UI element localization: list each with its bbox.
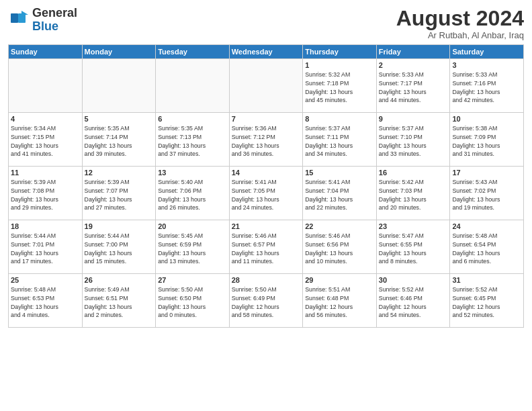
svg-rect-2	[18, 13, 26, 23]
day-number: 29	[305, 276, 374, 284]
day-number: 19	[85, 222, 154, 230]
day-number: 15	[305, 169, 374, 177]
day-info: Sunrise: 5:44 AMSunset: 7:01 PMDaylight:…	[11, 232, 80, 266]
day-info: Sunrise: 5:42 AMSunset: 7:03 PMDaylight:…	[379, 178, 448, 212]
day-number: 27	[158, 276, 227, 284]
day-number: 23	[379, 222, 448, 230]
calendar-cell-2-4: 15Sunrise: 5:41 AMSunset: 7:04 PMDayligh…	[303, 167, 377, 220]
calendar-cell-0-6: 3Sunrise: 5:33 AMSunset: 7:16 PMDaylight…	[450, 59, 524, 113]
day-info: Sunrise: 5:45 AMSunset: 6:59 PMDaylight:…	[158, 232, 227, 266]
day-number: 7	[232, 115, 301, 123]
calendar-cell-3-0: 18Sunrise: 5:44 AMSunset: 7:01 PMDayligh…	[9, 220, 83, 274]
page-header: General Blue August 2024 Ar Rutbah, Al A…	[8, 7, 524, 40]
col-monday: Monday	[82, 45, 156, 59]
logo-text: General Blue	[32, 7, 77, 34]
calendar-week-5: 25Sunrise: 5:48 AMSunset: 6:53 PMDayligh…	[9, 274, 524, 328]
calendar-cell-1-2: 6Sunrise: 5:35 AMSunset: 7:13 PMDaylight…	[156, 113, 230, 167]
calendar-cell-4-3: 28Sunrise: 5:50 AMSunset: 6:49 PMDayligh…	[229, 274, 303, 328]
location-subtitle: Ar Rutbah, Al Anbar, Iraq	[396, 30, 524, 40]
day-number: 31	[452, 276, 521, 284]
day-info: Sunrise: 5:49 AMSunset: 6:51 PMDaylight:…	[85, 285, 154, 320]
day-number: 14	[232, 169, 301, 177]
day-number: 25	[11, 276, 80, 284]
calendar-cell-3-1: 19Sunrise: 5:44 AMSunset: 7:00 PMDayligh…	[82, 220, 156, 274]
day-number: 4	[11, 115, 80, 123]
month-title: August 2024	[396, 7, 524, 30]
calendar-cell-1-1: 5Sunrise: 5:35 AMSunset: 7:14 PMDaylight…	[82, 113, 156, 167]
day-number: 21	[232, 222, 301, 230]
calendar-cell-0-0	[9, 59, 83, 113]
calendar-week-2: 4Sunrise: 5:34 AMSunset: 7:15 PMDaylight…	[9, 113, 524, 167]
calendar-cell-2-0: 11Sunrise: 5:39 AMSunset: 7:08 PMDayligh…	[9, 167, 83, 220]
day-info: Sunrise: 5:33 AMSunset: 7:17 PMDaylight:…	[379, 71, 448, 105]
calendar-cell-1-4: 8Sunrise: 5:37 AMSunset: 7:11 PMDaylight…	[303, 113, 377, 167]
day-number: 2	[379, 61, 448, 69]
calendar-cell-4-1: 26Sunrise: 5:49 AMSunset: 6:51 PMDayligh…	[82, 274, 156, 328]
calendar-cell-0-4: 1Sunrise: 5:32 AMSunset: 7:18 PMDaylight…	[303, 59, 377, 113]
day-number: 28	[232, 276, 301, 284]
day-info: Sunrise: 5:35 AMSunset: 7:14 PMDaylight:…	[85, 124, 154, 158]
day-info: Sunrise: 5:48 AMSunset: 6:53 PMDaylight:…	[11, 285, 80, 320]
logo-general: General	[32, 6, 77, 19]
calendar-header-row: Sunday Monday Tuesday Wednesday Thursday…	[9, 45, 524, 59]
col-saturday: Saturday	[450, 45, 524, 59]
day-info: Sunrise: 5:43 AMSunset: 7:02 PMDaylight:…	[452, 178, 521, 212]
day-info: Sunrise: 5:52 AMSunset: 6:46 PMDaylight:…	[379, 285, 448, 320]
logo: General Blue	[8, 7, 77, 34]
logo-blue: Blue	[32, 19, 58, 33]
calendar-cell-2-3: 14Sunrise: 5:41 AMSunset: 7:05 PMDayligh…	[229, 167, 303, 220]
day-number: 8	[305, 115, 374, 123]
svg-rect-1	[11, 13, 18, 23]
day-number: 11	[11, 169, 80, 177]
day-info: Sunrise: 5:41 AMSunset: 7:05 PMDaylight:…	[232, 178, 301, 212]
day-number: 5	[85, 115, 154, 123]
day-number: 20	[158, 222, 227, 230]
day-number: 13	[158, 169, 227, 177]
calendar-cell-0-2	[156, 59, 230, 113]
day-number: 16	[379, 169, 448, 177]
day-info: Sunrise: 5:48 AMSunset: 6:54 PMDaylight:…	[452, 232, 521, 266]
calendar-week-3: 11Sunrise: 5:39 AMSunset: 7:08 PMDayligh…	[9, 167, 524, 220]
day-number: 17	[452, 169, 521, 177]
day-info: Sunrise: 5:50 AMSunset: 6:50 PMDaylight:…	[158, 285, 227, 320]
calendar-cell-4-2: 27Sunrise: 5:50 AMSunset: 6:50 PMDayligh…	[156, 274, 230, 328]
col-tuesday: Tuesday	[156, 45, 230, 59]
day-info: Sunrise: 5:39 AMSunset: 7:08 PMDaylight:…	[11, 178, 80, 212]
day-number: 22	[305, 222, 374, 230]
col-friday: Friday	[376, 45, 450, 59]
day-info: Sunrise: 5:41 AMSunset: 7:04 PMDaylight:…	[305, 178, 374, 212]
day-info: Sunrise: 5:47 AMSunset: 6:55 PMDaylight:…	[379, 232, 448, 266]
calendar-cell-1-0: 4Sunrise: 5:34 AMSunset: 7:15 PMDaylight…	[9, 113, 83, 167]
day-info: Sunrise: 5:36 AMSunset: 7:12 PMDaylight:…	[232, 124, 301, 158]
day-info: Sunrise: 5:33 AMSunset: 7:16 PMDaylight:…	[452, 71, 521, 105]
calendar-cell-3-5: 23Sunrise: 5:47 AMSunset: 6:55 PMDayligh…	[376, 220, 450, 274]
calendar-cell-3-3: 21Sunrise: 5:46 AMSunset: 6:57 PMDayligh…	[229, 220, 303, 274]
calendar-cell-0-3	[229, 59, 303, 113]
day-number: 3	[452, 61, 521, 69]
calendar-week-4: 18Sunrise: 5:44 AMSunset: 7:01 PMDayligh…	[9, 220, 524, 274]
calendar-cell-0-1	[82, 59, 156, 113]
calendar-table: Sunday Monday Tuesday Wednesday Thursday…	[8, 44, 524, 328]
calendar-cell-4-4: 29Sunrise: 5:51 AMSunset: 6:48 PMDayligh…	[303, 274, 377, 328]
calendar-cell-1-6: 10Sunrise: 5:38 AMSunset: 7:09 PMDayligh…	[450, 113, 524, 167]
day-info: Sunrise: 5:35 AMSunset: 7:13 PMDaylight:…	[158, 124, 227, 158]
page-container: General Blue August 2024 Ar Rutbah, Al A…	[0, 0, 532, 332]
col-thursday: Thursday	[303, 45, 377, 59]
calendar-cell-3-2: 20Sunrise: 5:45 AMSunset: 6:59 PMDayligh…	[156, 220, 230, 274]
day-number: 18	[11, 222, 80, 230]
day-number: 26	[85, 276, 154, 284]
day-info: Sunrise: 5:39 AMSunset: 7:07 PMDaylight:…	[85, 178, 154, 212]
day-info: Sunrise: 5:51 AMSunset: 6:48 PMDaylight:…	[305, 285, 374, 320]
calendar-cell-4-6: 31Sunrise: 5:52 AMSunset: 6:45 PMDayligh…	[450, 274, 524, 328]
day-info: Sunrise: 5:40 AMSunset: 7:06 PMDaylight:…	[158, 178, 227, 212]
day-number: 30	[379, 276, 448, 284]
day-info: Sunrise: 5:52 AMSunset: 6:45 PMDaylight:…	[452, 285, 521, 320]
day-info: Sunrise: 5:46 AMSunset: 6:56 PMDaylight:…	[305, 232, 374, 266]
calendar-cell-2-5: 16Sunrise: 5:42 AMSunset: 7:03 PMDayligh…	[376, 167, 450, 220]
day-info: Sunrise: 5:34 AMSunset: 7:15 PMDaylight:…	[11, 124, 80, 158]
day-info: Sunrise: 5:32 AMSunset: 7:18 PMDaylight:…	[305, 71, 374, 105]
col-wednesday: Wednesday	[229, 45, 303, 59]
calendar-cell-4-5: 30Sunrise: 5:52 AMSunset: 6:46 PMDayligh…	[376, 274, 450, 328]
day-info: Sunrise: 5:38 AMSunset: 7:09 PMDaylight:…	[452, 124, 521, 158]
logo-icon	[8, 9, 30, 31]
